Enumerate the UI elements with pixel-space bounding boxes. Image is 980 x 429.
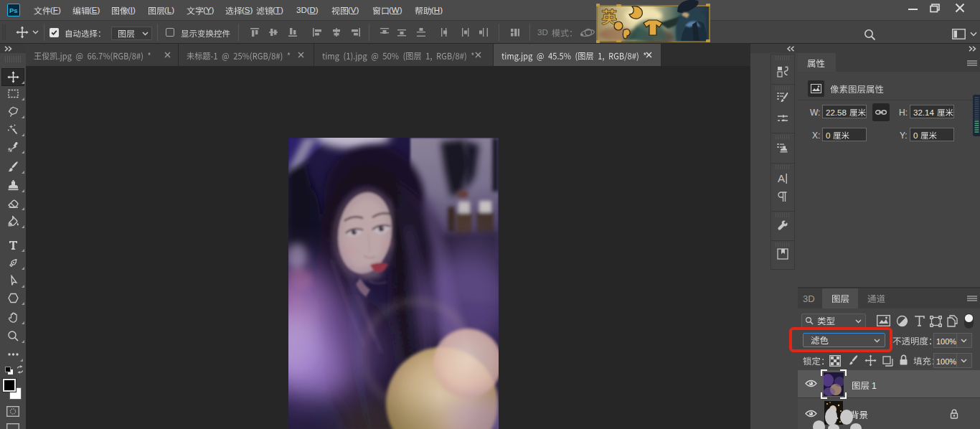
svg-text:A: A <box>778 172 785 184</box>
